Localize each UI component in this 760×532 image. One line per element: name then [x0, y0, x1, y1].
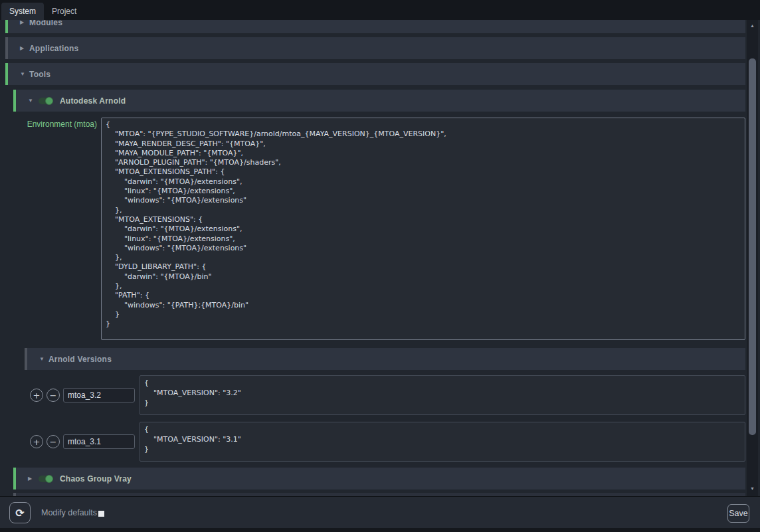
vray-enabled-toggle[interactable] — [39, 476, 53, 482]
environment-json-textarea[interactable]: { "MTOA": "{PYPE_STUDIO_SOFTWARE}/arnold… — [101, 118, 745, 340]
footer-bar: ⟳ Modify defaults Save — [0, 496, 760, 532]
section-header-arnold-versions[interactable]: ▼ Arnold Versions — [25, 348, 745, 370]
modules-accent-bar — [5, 20, 8, 33]
scroll-up-icon[interactable]: ▲ — [747, 21, 758, 31]
section-header-tools[interactable]: ▼ Tools — [5, 63, 745, 85]
section-label-arnold-versions: Arnold Versions — [48, 355, 112, 364]
section-label-chaos-group-vray: Chaos Group Vray — [60, 474, 132, 484]
tab-system[interactable]: System — [1, 3, 44, 20]
modify-defaults-label: Modify defaults — [41, 508, 97, 517]
chevron-down-icon[interactable]: ▼ — [39, 356, 48, 362]
chevron-right-icon[interactable]: ▶ — [28, 476, 37, 482]
toggle-knob — [45, 475, 53, 483]
applications-accent-bar — [5, 37, 8, 59]
tools-accent-bar — [5, 63, 8, 85]
section-header-applications[interactable]: ▶ Applications — [5, 37, 745, 59]
tab-project[interactable]: Project — [44, 3, 84, 20]
vertical-scrollbar[interactable]: ▲ ▼ — [747, 20, 758, 496]
remove-version-button[interactable]: − — [47, 435, 60, 448]
scroll-down-icon[interactable]: ▼ — [747, 484, 758, 493]
arnold-accent-bar — [13, 90, 16, 112]
version-json-textarea[interactable]: { "MTOA_VERSION": "3.2" } — [140, 375, 745, 415]
chevron-down-icon[interactable]: ▼ — [20, 71, 29, 77]
settings-content: ▶ Modules ▶ Applications ▼ Tools ▼ Autod… — [0, 20, 760, 496]
section-label-applications: Applications — [29, 44, 78, 53]
chevron-right-icon[interactable]: ▶ — [20, 45, 29, 51]
section-label-tools: Tools — [29, 70, 50, 79]
version-row-mtoa-3-2: + − { "MTOA_VERSION": "3.2" } — [30, 375, 745, 415]
chevron-right-icon[interactable]: ▶ — [20, 20, 29, 25]
arnold-versions-accent-bar — [25, 348, 27, 370]
settings-tab-bar: System Project — [0, 0, 760, 20]
modify-defaults-checkbox[interactable] — [98, 511, 104, 517]
section-header-autodesk-arnold[interactable]: ▼ Autodesk Arnold — [13, 90, 745, 112]
vray-accent-bar — [13, 468, 16, 489]
footer-bottom-strip — [0, 528, 760, 532]
section-label-modules: Modules — [29, 20, 62, 27]
settings-scroll-view: ▶ Modules ▶ Applications ▼ Tools ▼ Autod… — [5, 20, 745, 496]
add-version-button[interactable]: + — [30, 435, 43, 448]
section-header-chaos-group-vray[interactable]: ▶ Chaos Group Vray — [13, 468, 745, 489]
version-json-textarea[interactable]: { "MTOA_VERSION": "3.1" } — [140, 422, 745, 462]
version-controls: + − — [30, 422, 140, 462]
version-controls: + − — [30, 375, 140, 415]
environment-label: Environment (mtoa) — [5, 118, 101, 340]
add-version-button[interactable]: + — [30, 389, 43, 402]
scrollbar-thumb[interactable] — [749, 58, 756, 435]
toggle-knob — [45, 97, 53, 105]
version-name-input[interactable] — [63, 434, 135, 449]
chevron-down-icon[interactable]: ▼ — [28, 98, 37, 104]
save-button[interactable]: Save — [727, 504, 749, 523]
environment-row: Environment (mtoa) { "MTOA": "{PYPE_STUD… — [5, 118, 745, 340]
remove-version-button[interactable]: − — [47, 389, 60, 402]
refresh-button[interactable]: ⟳ — [9, 502, 31, 523]
version-row-mtoa-3-1: + − { "MTOA_VERSION": "3.1" } — [30, 422, 745, 462]
section-label-autodesk-arnold: Autodesk Arnold — [60, 96, 126, 106]
section-header-modules[interactable]: ▶ Modules — [5, 20, 745, 33]
arnold-enabled-toggle[interactable] — [39, 98, 53, 104]
version-name-input[interactable] — [63, 388, 135, 402]
